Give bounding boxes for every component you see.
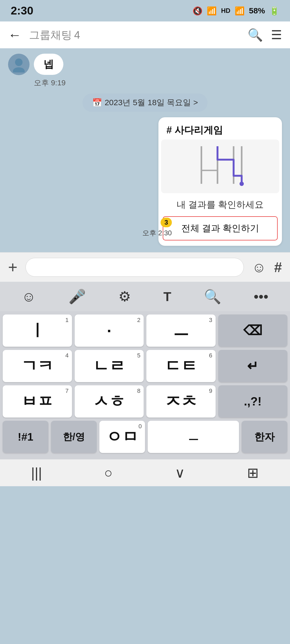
wifi-icon: 📶 <box>207 6 217 16</box>
key-bp[interactable]: 7 ㅂㅍ <box>3 385 72 418</box>
game-card-container: 3 오후 2:30 # 사다리게임 <box>158 117 282 246</box>
battery-level: 58% <box>249 6 265 15</box>
svg-point-0 <box>15 58 23 66</box>
ladder-game-svg <box>193 144 247 186</box>
svg-point-1 <box>13 67 25 72</box>
key-sh[interactable]: 8 ㅅㅎ <box>75 385 144 418</box>
chat-area: 넵 오후 9:19 📅 2023년 5월 18일 목요일 > 3 오후 2:30… <box>0 48 290 252</box>
key-label: ㅅㅎ <box>93 391 125 412</box>
menu-button[interactable]: ☰ <box>271 28 282 42</box>
key-label: !#1 <box>18 431 33 443</box>
keyboard-row-4: !#1 한/영 0 ㅇㅁ ㅡ 한자 <box>3 421 287 453</box>
game-card: # 사다리게임 <box>158 117 282 246</box>
more-tool-button[interactable]: ••• <box>254 288 269 305</box>
lang-switch-key[interactable]: 한/영 <box>51 421 97 453</box>
keyboard-row-1: 1 ㅣ 2 · 3 ㅡ ⌫ <box>3 314 287 347</box>
nav-apps-button[interactable]: ⊞ <box>247 465 259 481</box>
key-num-3: 3 <box>209 317 212 324</box>
key-num-8: 8 <box>137 387 140 394</box>
battery-icon: 🔋 <box>269 6 279 16</box>
key-consonant-2[interactable]: 2 · <box>75 314 144 347</box>
date-text: 2023년 5월 18일 목요일 > <box>105 97 198 108</box>
key-num-6: 6 <box>209 352 212 359</box>
message-input[interactable] <box>26 258 244 277</box>
key-num-4: 4 <box>65 352 68 359</box>
hashtag-button[interactable]: # <box>274 259 282 275</box>
avatar <box>8 54 30 75</box>
enter-key[interactable]: ↵ <box>218 350 288 382</box>
app-bar-icons: 🔍 ☰ <box>248 28 282 42</box>
punct-key[interactable]: .,?! <box>218 385 288 418</box>
key-nr[interactable]: 5 ㄴㄹ <box>75 350 144 382</box>
keyboard-row-3: 7 ㅂㅍ 8 ㅅㅎ 9 ㅈㅊ .,?! <box>3 385 287 418</box>
keyboard-row-2: 4 ㄱㅋ 5 ㄴㄹ 6 ㄷㅌ ↵ <box>3 350 287 382</box>
app-bar: ← 그룹채팅4 🔍 ☰ <box>0 21 290 48</box>
key-label: .,?! <box>244 395 262 408</box>
svg-point-9 <box>240 182 244 186</box>
card-timestamp: 오후 2:30 <box>142 228 172 238</box>
settings-tool-button[interactable]: ⚙ <box>118 288 131 305</box>
key-label: ㅡ <box>188 430 199 444</box>
unread-badge: 3 <box>161 218 172 227</box>
key-label: ㅣ <box>29 320 45 342</box>
date-badge-inner: 📅 2023년 5월 18일 목요일 > <box>82 93 208 112</box>
space-key[interactable]: ㅡ <box>148 421 239 453</box>
mute-icon: 🔇 <box>193 6 202 16</box>
key-consonant-1[interactable]: 1 ㅣ <box>3 314 72 347</box>
game-card-visual <box>161 140 279 193</box>
key-num-5: 5 <box>137 352 140 359</box>
key-num-7: 7 <box>65 387 68 394</box>
emoji-button[interactable]: ☺ <box>252 259 266 275</box>
key-num-9: 9 <box>209 387 212 394</box>
back-button[interactable]: ← <box>8 27 21 43</box>
emoji-tool-button[interactable]: ☺ <box>21 288 36 305</box>
date-badge: 📅 2023년 5월 18일 목요일 > <box>8 93 282 112</box>
key-label: ㅂㅍ <box>21 391 53 412</box>
key-label: ㅡ <box>173 320 189 342</box>
backspace-key[interactable]: ⌫ <box>218 314 288 347</box>
view-all-results-button[interactable]: 전체 결과 확인하기 <box>163 216 278 240</box>
enter-icon: ↵ <box>247 358 258 374</box>
search-button[interactable]: 🔍 <box>248 28 263 42</box>
nav-down-button[interactable]: ∨ <box>175 465 185 481</box>
signal-icon: 📶 <box>235 6 245 16</box>
game-card-desc: 내 결과를 확인하세요 <box>158 193 282 214</box>
backspace-icon: ⌫ <box>243 323 262 338</box>
key-num-2: 2 <box>137 317 140 324</box>
user-row: 넵 <box>8 54 282 75</box>
key-jch[interactable]: 9 ㅈㅊ <box>146 385 216 418</box>
nav-bar: ||| ○ ∨ ⊞ <box>0 459 290 486</box>
add-button[interactable]: + <box>8 258 17 276</box>
calendar-icon: 📅 <box>92 98 102 107</box>
member-count: 4 <box>74 29 80 41</box>
nav-home-button[interactable]: ○ <box>104 465 113 481</box>
input-bar: + ☺ # <box>0 252 290 282</box>
num-symbol-key[interactable]: !#1 <box>3 421 48 453</box>
nav-back-button[interactable]: ||| <box>31 465 42 481</box>
key-gk[interactable]: 4 ㄱㅋ <box>3 350 72 382</box>
status-icons: 🔇 📶 HD 📶 58% 🔋 <box>193 6 279 16</box>
status-time: 2:30 <box>11 4 33 17</box>
key-label: 한/영 <box>63 430 85 444</box>
font-tool-button[interactable]: T <box>164 289 171 304</box>
game-card-title: # 사다리게임 <box>158 117 282 140</box>
user-name-bubble: 넵 <box>34 54 63 75</box>
key-dt[interactable]: 6 ㄷㅌ <box>146 350 216 382</box>
key-om[interactable]: 0 ㅇㅁ <box>99 421 145 453</box>
status-bar: 2:30 🔇 📶 HD 📶 58% 🔋 <box>0 0 290 21</box>
search-tool-button[interactable]: 🔍 <box>204 288 221 305</box>
hanja-key[interactable]: 한자 <box>242 421 287 453</box>
key-label: ㅈㅊ <box>165 391 197 412</box>
key-label: ㄱㅋ <box>21 355 53 377</box>
game-card-wrapper: 3 오후 2:30 # 사다리게임 <box>8 117 282 246</box>
hd-badge: HD <box>221 7 230 14</box>
keyboard-toolbar: ☺ 🎤 ⚙ T 🔍 ••• <box>0 282 290 311</box>
key-num-0: 0 <box>139 423 142 430</box>
mic-tool-button[interactable]: 🎤 <box>68 288 86 305</box>
app-title: 그룹채팅4 <box>27 28 242 42</box>
key-label: ㄴㄹ <box>93 355 125 377</box>
key-label: 한자 <box>254 430 275 444</box>
key-consonant-3[interactable]: 3 ㅡ <box>146 314 216 347</box>
msg-time: 오후 9:19 <box>34 78 282 88</box>
key-label: · <box>107 321 111 340</box>
